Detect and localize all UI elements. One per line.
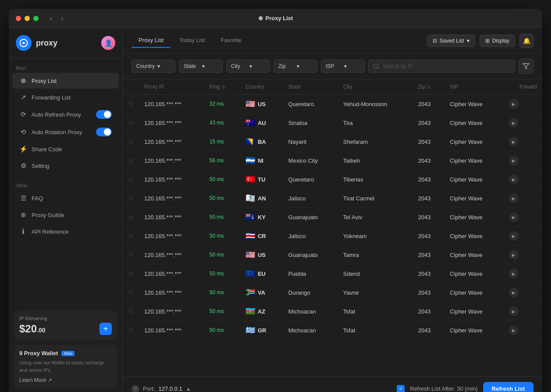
favorite-star[interactable]: ☆: [128, 307, 134, 315]
tab-today-list[interactable]: Today List: [172, 33, 212, 48]
learn-more-text: Learn More: [19, 377, 46, 383]
cell-ping: 50 ms: [204, 170, 240, 189]
port-help-icon[interactable]: ?: [132, 385, 139, 392]
refresh-checkbox[interactable]: ✓: [397, 385, 405, 392]
favorite-star[interactable]: ☆: [128, 175, 134, 183]
proxy-table: Proxy IP Ping ⇅ Country State City: [123, 79, 542, 340]
favorite-star[interactable]: ☆: [128, 232, 134, 239]
sidebar-item-auto-refresh[interactable]: ⟳ Auto Refresh Proxy: [12, 106, 119, 123]
cell-isp: Cipher Wave: [444, 264, 504, 283]
city-filter-label: City: [231, 63, 247, 69]
connect-button[interactable]: ▶: [509, 325, 519, 335]
auto-rotation-toggle[interactable]: [96, 128, 112, 136]
minimize-button[interactable]: [25, 16, 30, 21]
port-chevron-icon[interactable]: ▲: [186, 386, 191, 392]
display-button[interactable]: ⊞ Display: [480, 35, 515, 47]
cell-isp: Cipher Wave: [444, 283, 504, 302]
th-country: Country: [240, 79, 283, 95]
sidebar-item-auto-rotation[interactable]: ⟲ Auto Rotation Proxy: [12, 124, 119, 140]
connect-button[interactable]: ▶: [509, 250, 519, 260]
ping-sort-icon: ⇅: [222, 85, 225, 89]
favorite-star[interactable]: ☆: [128, 326, 134, 334]
cell-connect: ▶: [504, 170, 542, 189]
cell-connect: ▶: [504, 151, 542, 170]
zip-filter[interactable]: Zip ▾: [274, 60, 317, 73]
connect-button[interactable]: ▶: [509, 156, 519, 165]
learn-more-link[interactable]: Learn More ↗: [19, 377, 112, 383]
connect-button[interactable]: ▶: [509, 137, 519, 146]
advanced-filter-button[interactable]: [519, 59, 533, 74]
favorite-star[interactable]: ☆: [128, 251, 134, 258]
sidebar-item-proxy-guide[interactable]: ⊕ Proxy Guilde: [12, 207, 119, 223]
city-filter[interactable]: City ▾: [226, 60, 270, 73]
cell-city: Tamra: [338, 246, 413, 264]
connect-button[interactable]: ▶: [509, 193, 519, 203]
sidebar-item-proxy-list[interactable]: ⊛ Proxy List: [12, 73, 119, 89]
maximize-button[interactable]: [33, 16, 39, 21]
refresh-list-button[interactable]: Refresh List: [483, 382, 533, 392]
cell-city: Tiberias: [338, 170, 413, 189]
connect-button[interactable]: ▶: [509, 231, 519, 241]
cell-country: 🇧🇦 BA: [240, 132, 283, 151]
table-row: ☆ 120.165.***.*** 50 ms 🇿🇦 VA Durango Ya…: [123, 283, 542, 302]
sidebar-item-forwarding-list[interactable]: ↗ Forwarding List: [12, 89, 119, 105]
sidebar-item-api-reference[interactable]: ℹ API Reference: [12, 224, 119, 239]
favorite-star[interactable]: ☆: [128, 213, 134, 221]
favorite-star[interactable]: ☆: [128, 194, 134, 202]
cell-proxy-ip: 120.165.***.***: [139, 95, 204, 114]
setting-icon: ⚙: [19, 162, 27, 170]
country-filter[interactable]: Country ▾: [132, 60, 175, 73]
favorite-star[interactable]: ☆: [128, 270, 134, 277]
section-other-label: Other: [9, 179, 122, 190]
cell-connect: ▶: [504, 227, 542, 246]
th-zip[interactable]: Zip ⇅: [413, 79, 444, 95]
add-ip-button[interactable]: +: [100, 323, 112, 335]
sidebar-item-setting[interactable]: ⚙ Setting: [12, 158, 119, 174]
connect-button[interactable]: ▶: [509, 212, 519, 222]
notification-button[interactable]: 🔔: [519, 34, 533, 48]
cell-proxy-ip: 120.165.***.***: [139, 170, 204, 189]
cell-state: Michoacan: [283, 302, 338, 321]
search-input[interactable]: [383, 63, 510, 69]
sidebar-item-share-code[interactable]: ⚡ Share Code: [12, 141, 119, 157]
refresh-label: Refresh List After: 30 (min): [410, 385, 478, 392]
back-button[interactable]: ‹: [47, 14, 55, 23]
saved-list-chevron: ▾: [467, 38, 469, 44]
city-filter-chevron: ▾: [249, 63, 265, 69]
avatar[interactable]: 👤: [101, 36, 115, 50]
sidebar-bottom: IP Remaning $20.00 + 9 Proxy Wallet New …: [9, 305, 122, 392]
connect-button[interactable]: ▶: [509, 118, 519, 128]
favorite-star[interactable]: ☆: [128, 119, 134, 126]
connect-button[interactable]: ▶: [509, 99, 519, 109]
state-filter[interactable]: State ▾: [179, 60, 223, 73]
favorite-star[interactable]: ☆: [128, 157, 134, 164]
favorite-star[interactable]: ☆: [128, 289, 134, 296]
auto-refresh-toggle[interactable]: [96, 110, 112, 119]
tab-proxy-list[interactable]: Proxy List: [132, 33, 171, 48]
cell-ping: 50 ms: [204, 321, 240, 340]
cell-zip: 2043: [413, 264, 444, 283]
connect-button[interactable]: ▶: [509, 269, 519, 278]
th-ping[interactable]: Ping ⇅: [204, 79, 240, 95]
connect-button[interactable]: ▶: [509, 175, 519, 184]
favorite-star[interactable]: ☆: [128, 138, 134, 145]
saved-list-button[interactable]: ⊟ Saved List ▾: [427, 35, 475, 47]
sidebar-item-faq[interactable]: ☰ FAQ: [12, 190, 119, 206]
th-forward: Foward: [504, 79, 542, 95]
search-box[interactable]: [368, 60, 515, 73]
connect-button[interactable]: ▶: [509, 288, 519, 297]
country-filter-label: Country: [136, 63, 155, 69]
cell-zip: 2043: [413, 132, 444, 151]
favorite-star[interactable]: ☆: [128, 100, 134, 107]
table-row: ☆ 120.165.***.*** 50 ms 🇹🇷 TU Queretaro …: [123, 170, 542, 189]
wallet-card: 9 Proxy Wallet New Using now our Wallet …: [14, 345, 117, 388]
cell-proxy-ip: 120.165.***.***: [139, 114, 204, 132]
cell-state: Mexico City: [283, 151, 338, 170]
tab-favorite[interactable]: Favorite: [214, 33, 249, 48]
isp-filter[interactable]: ISP ▾: [321, 60, 365, 73]
cell-city: Tsfat: [338, 321, 413, 340]
forward-button[interactable]: ›: [58, 14, 66, 23]
th-proxy-ip: Proxy IP: [139, 79, 204, 95]
close-button[interactable]: [16, 16, 21, 21]
connect-button[interactable]: ▶: [509, 306, 519, 316]
